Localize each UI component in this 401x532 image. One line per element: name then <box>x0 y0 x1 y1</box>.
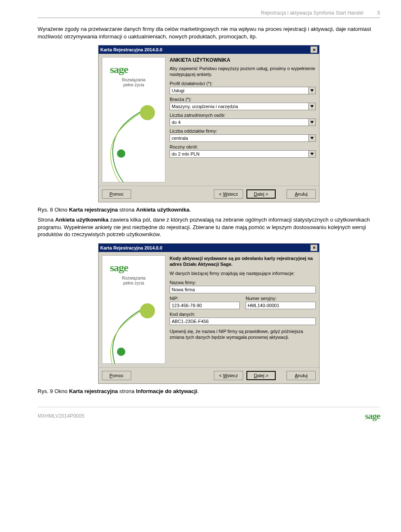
slogan: Rozwiązaniapełne życia <box>105 276 162 286</box>
next-button[interactable]: Dalej > <box>246 371 276 380</box>
chevron-down-icon[interactable] <box>308 119 316 126</box>
sage-logo: sage <box>365 411 380 421</box>
registration-card-window-2: Karta Rejestracyjna 2014.0.0 ✕ sage Rozw… <box>98 243 320 384</box>
activation-intro: W danych bieżącej firmy znajdują się nas… <box>170 270 316 276</box>
kod-label: Kod danych: <box>170 312 316 317</box>
decorative-art <box>102 302 165 364</box>
window-title: Karta Rejestracyjna 2014.0.0 <box>100 47 162 52</box>
profil-label: Profil działalności (*): <box>170 81 316 86</box>
svg-point-4 <box>117 348 125 356</box>
page-header: Rejestracja i aktywacja Symfonia Start H… <box>38 10 380 18</box>
activation-note: Upewnij się, że nazwa i NIP firmy są pra… <box>170 328 316 340</box>
cancel-button[interactable]: Anuluj <box>287 371 316 380</box>
svg-point-3 <box>140 303 155 318</box>
paragraph-1: Wyrażenie zgody na przetwarzanie danych … <box>38 25 380 40</box>
back-button[interactable]: < Wstecz <box>214 189 243 199</box>
registration-card-window-1: Karta Rejestracyjna 2014.0.0 ✕ sage Rozw… <box>98 45 320 202</box>
chevron-down-icon[interactable] <box>308 134 316 142</box>
close-icon[interactable]: ✕ <box>310 46 317 53</box>
back-button[interactable]: < Wstecz <box>214 371 243 380</box>
branza-input[interactable] <box>170 103 308 110</box>
sage-logo: sage <box>110 262 165 274</box>
button-bar: Pomoc < Wstecz Dalej > Anuluj <box>99 186 319 202</box>
cancel-button[interactable]: Anuluj <box>287 189 316 199</box>
numer-value: HML140-00001 <box>246 302 316 309</box>
sidebar: sage Rozwiązaniapełne życia <box>102 57 165 182</box>
titlebar[interactable]: Karta Rejestracyjna 2014.0.0 ✕ <box>99 45 319 54</box>
obrot-input[interactable] <box>170 150 308 158</box>
svg-point-1 <box>117 149 125 158</box>
button-bar: Pomoc < Wstecz Dalej > Anuluj <box>99 367 319 383</box>
header-title: Rejestracja i aktywacja Symfonia Start H… <box>261 10 363 16</box>
sidebar: sage Rozwiązaniapełne życia <box>102 255 165 364</box>
help-button[interactable]: Pomoc <box>102 371 131 380</box>
oddzialow-input[interactable] <box>170 134 308 142</box>
footer-code: MXHMLV2014P0005 <box>38 413 84 419</box>
chevron-down-icon[interactable] <box>308 103 316 110</box>
slogan: Rozwiązaniapełne życia <box>105 78 162 88</box>
branza-label: Branża (*): <box>170 97 316 102</box>
numer-label: Numer seryjny: <box>246 296 316 301</box>
window-title: Karta Rejestracyjna 2014.0.0 <box>100 245 162 250</box>
decorative-art <box>102 103 165 182</box>
nip-value: 123-456-78-90 <box>170 302 240 309</box>
help-button[interactable]: Pomoc <box>102 189 131 199</box>
obrot-label: Roczny obrót: <box>170 144 316 149</box>
activation-heading: Kody aktywacji wydawane są po odesłaniu … <box>170 255 316 267</box>
kod-value: ABC1-23DE-F456 <box>170 318 316 325</box>
chevron-down-icon[interactable] <box>308 87 316 94</box>
paragraph-2: Strona Ankieta użytkownika zawiera kilka… <box>38 216 380 238</box>
titlebar[interactable]: Karta Rejestracyjna 2014.0.0 ✕ <box>99 244 319 252</box>
sage-logo: sage <box>110 63 165 76</box>
nazwa-value: Nowa firma <box>170 286 316 293</box>
nip-label: NIP: <box>170 296 240 301</box>
chevron-down-icon[interactable] <box>308 150 316 158</box>
close-icon[interactable]: ✕ <box>310 245 317 251</box>
zatrudnionych-label: Liczba zatrudnionych osób: <box>170 113 316 118</box>
next-button[interactable]: Dalej > <box>246 189 276 199</box>
figure-caption-9: Rys. 9 Okno Karta rejestracyjna strona I… <box>38 388 380 394</box>
page-footer: MXHMLV2014P0005 sage <box>38 407 380 421</box>
svg-point-0 <box>140 105 155 120</box>
page-number: 5 <box>377 10 380 16</box>
nazwa-label: Nazwa firmy: <box>170 280 316 285</box>
oddzialow-label: Liczba oddziałów firmy: <box>170 129 316 134</box>
zatrudnionych-input[interactable] <box>170 119 308 126</box>
survey-heading: ANKIETA UŻYTKOWNIKA <box>170 57 316 63</box>
figure-caption-8: Rys. 8 Okno Karta rejestracyjna strona A… <box>38 207 380 213</box>
profil-input[interactable] <box>170 87 308 94</box>
survey-intro: Aby zapewnić Państwu najwyższy poziom us… <box>170 66 316 78</box>
